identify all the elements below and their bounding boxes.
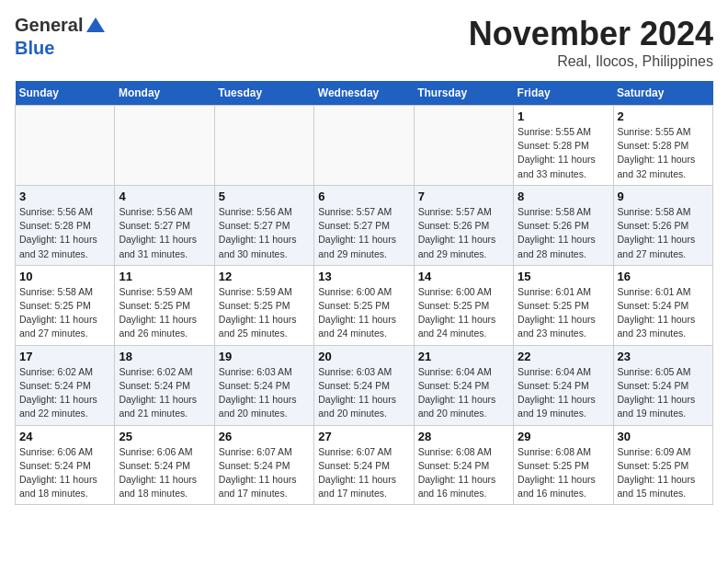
calendar-day-cell: 6Sunrise: 5:57 AM Sunset: 5:27 PM Daylig… bbox=[314, 185, 414, 265]
logo-blue: Blue bbox=[15, 38, 54, 58]
calendar-header-cell: Tuesday bbox=[214, 81, 313, 106]
calendar-day-cell: 16Sunrise: 6:01 AM Sunset: 5:24 PM Dayli… bbox=[613, 265, 712, 345]
calendar-day-cell: 12Sunrise: 5:59 AM Sunset: 5:25 PM Dayli… bbox=[214, 265, 313, 345]
calendar-day-cell: 26Sunrise: 6:07 AM Sunset: 5:24 PM Dayli… bbox=[214, 425, 313, 505]
day-info: Sunrise: 6:07 AM Sunset: 5:24 PM Dayligh… bbox=[219, 445, 310, 501]
day-info: Sunrise: 5:59 AM Sunset: 5:25 PM Dayligh… bbox=[119, 285, 210, 341]
day-info: Sunrise: 5:58 AM Sunset: 5:26 PM Dayligh… bbox=[618, 205, 709, 261]
day-info: Sunrise: 6:01 AM Sunset: 5:25 PM Dayligh… bbox=[518, 285, 609, 341]
day-info: Sunrise: 5:56 AM Sunset: 5:27 PM Dayligh… bbox=[219, 205, 310, 261]
day-info: Sunrise: 6:08 AM Sunset: 5:24 PM Dayligh… bbox=[418, 445, 509, 501]
day-number: 4 bbox=[119, 190, 210, 203]
day-number: 2 bbox=[618, 109, 709, 123]
day-number: 20 bbox=[318, 350, 409, 363]
day-number: 26 bbox=[219, 430, 310, 443]
day-info: Sunrise: 6:06 AM Sunset: 5:24 PM Dayligh… bbox=[119, 445, 210, 501]
day-number: 1 bbox=[518, 109, 609, 123]
day-number: 29 bbox=[518, 430, 609, 443]
calendar-week-row: 10Sunrise: 5:58 AM Sunset: 5:25 PM Dayli… bbox=[16, 265, 713, 345]
day-number: 19 bbox=[219, 350, 310, 363]
calendar-day-cell: 20Sunrise: 6:03 AM Sunset: 5:24 PM Dayli… bbox=[314, 345, 414, 425]
calendar-body: 1Sunrise: 5:55 AM Sunset: 5:28 PM Daylig… bbox=[16, 106, 713, 505]
logo-icon bbox=[85, 16, 107, 38]
day-info: Sunrise: 6:06 AM Sunset: 5:24 PM Dayligh… bbox=[19, 445, 110, 501]
day-number: 6 bbox=[318, 190, 409, 203]
calendar-day-cell: 28Sunrise: 6:08 AM Sunset: 5:24 PM Dayli… bbox=[414, 425, 513, 505]
day-info: Sunrise: 6:03 AM Sunset: 5:24 PM Dayligh… bbox=[219, 365, 310, 421]
calendar-day-cell: 5Sunrise: 5:56 AM Sunset: 5:27 PM Daylig… bbox=[214, 185, 313, 265]
calendar-header-row: SundayMondayTuesdayWednesdayThursdayFrid… bbox=[16, 81, 713, 106]
calendar-day-cell bbox=[115, 106, 214, 186]
calendar-day-cell: 29Sunrise: 6:08 AM Sunset: 5:25 PM Dayli… bbox=[514, 425, 613, 505]
header: General Blue November 2024 Real, Ilocos,… bbox=[15, 15, 713, 70]
calendar-day-cell: 10Sunrise: 5:58 AM Sunset: 5:25 PM Dayli… bbox=[16, 265, 115, 345]
calendar-day-cell: 19Sunrise: 6:03 AM Sunset: 5:24 PM Dayli… bbox=[214, 345, 313, 425]
day-info: Sunrise: 6:03 AM Sunset: 5:24 PM Dayligh… bbox=[318, 365, 409, 421]
day-number: 16 bbox=[618, 270, 709, 283]
calendar-day-cell: 4Sunrise: 5:56 AM Sunset: 5:27 PM Daylig… bbox=[115, 185, 214, 265]
calendar-day-cell: 25Sunrise: 6:06 AM Sunset: 5:24 PM Dayli… bbox=[115, 425, 214, 505]
day-info: Sunrise: 6:05 AM Sunset: 5:24 PM Dayligh… bbox=[618, 365, 709, 421]
day-number: 15 bbox=[518, 270, 609, 283]
day-info: Sunrise: 6:01 AM Sunset: 5:24 PM Dayligh… bbox=[618, 285, 709, 341]
day-info: Sunrise: 5:56 AM Sunset: 5:27 PM Dayligh… bbox=[119, 205, 210, 261]
day-number: 12 bbox=[219, 270, 310, 283]
calendar-day-cell: 11Sunrise: 5:59 AM Sunset: 5:25 PM Dayli… bbox=[115, 265, 214, 345]
day-number: 5 bbox=[219, 190, 310, 203]
day-info: Sunrise: 5:58 AM Sunset: 5:26 PM Dayligh… bbox=[518, 205, 609, 261]
logo-general: General bbox=[15, 15, 83, 35]
day-number: 11 bbox=[119, 270, 210, 283]
calendar-day-cell: 17Sunrise: 6:02 AM Sunset: 5:24 PM Dayli… bbox=[16, 345, 115, 425]
calendar-day-cell: 14Sunrise: 6:00 AM Sunset: 5:25 PM Dayli… bbox=[414, 265, 513, 345]
day-info: Sunrise: 5:59 AM Sunset: 5:25 PM Dayligh… bbox=[219, 285, 310, 341]
calendar-table: SundayMondayTuesdayWednesdayThursdayFrid… bbox=[15, 81, 713, 505]
day-number: 7 bbox=[418, 190, 509, 203]
main-title: November 2024 bbox=[469, 15, 713, 53]
day-info: Sunrise: 6:07 AM Sunset: 5:24 PM Dayligh… bbox=[318, 445, 409, 501]
day-info: Sunrise: 6:00 AM Sunset: 5:25 PM Dayligh… bbox=[318, 285, 409, 341]
day-info: Sunrise: 6:04 AM Sunset: 5:24 PM Dayligh… bbox=[418, 365, 509, 421]
day-info: Sunrise: 5:57 AM Sunset: 5:27 PM Dayligh… bbox=[318, 205, 409, 261]
day-info: Sunrise: 5:55 AM Sunset: 5:28 PM Dayligh… bbox=[618, 125, 709, 181]
calendar-day-cell: 3Sunrise: 5:56 AM Sunset: 5:28 PM Daylig… bbox=[16, 185, 115, 265]
day-number: 10 bbox=[19, 270, 110, 283]
calendar-week-row: 24Sunrise: 6:06 AM Sunset: 5:24 PM Dayli… bbox=[16, 425, 713, 505]
calendar-day-cell: 27Sunrise: 6:07 AM Sunset: 5:24 PM Dayli… bbox=[314, 425, 414, 505]
day-number: 13 bbox=[318, 270, 409, 283]
day-number: 30 bbox=[618, 430, 709, 443]
calendar-header-cell: Sunday bbox=[16, 81, 115, 106]
calendar-header-cell: Friday bbox=[514, 81, 613, 106]
calendar-day-cell: 21Sunrise: 6:04 AM Sunset: 5:24 PM Dayli… bbox=[414, 345, 513, 425]
calendar-day-cell: 8Sunrise: 5:58 AM Sunset: 5:26 PM Daylig… bbox=[514, 185, 613, 265]
day-number: 21 bbox=[418, 350, 509, 363]
calendar-header-cell: Thursday bbox=[414, 81, 513, 106]
calendar-day-cell: 7Sunrise: 5:57 AM Sunset: 5:26 PM Daylig… bbox=[414, 185, 513, 265]
svg-marker-0 bbox=[86, 17, 105, 32]
title-area: November 2024 Real, Ilocos, Philippines bbox=[469, 15, 713, 70]
day-number: 28 bbox=[418, 430, 509, 443]
calendar-day-cell: 22Sunrise: 6:04 AM Sunset: 5:24 PM Dayli… bbox=[514, 345, 613, 425]
calendar-day-cell: 30Sunrise: 6:09 AM Sunset: 5:25 PM Dayli… bbox=[613, 425, 712, 505]
day-info: Sunrise: 5:56 AM Sunset: 5:28 PM Dayligh… bbox=[19, 205, 110, 261]
day-number: 22 bbox=[518, 350, 609, 363]
calendar-week-row: 17Sunrise: 6:02 AM Sunset: 5:24 PM Dayli… bbox=[16, 345, 713, 425]
day-number: 18 bbox=[119, 350, 210, 363]
calendar-day-cell bbox=[314, 106, 414, 186]
calendar-day-cell: 2Sunrise: 5:55 AM Sunset: 5:28 PM Daylig… bbox=[613, 106, 712, 186]
day-info: Sunrise: 6:02 AM Sunset: 5:24 PM Dayligh… bbox=[19, 365, 110, 421]
day-number: 8 bbox=[518, 190, 609, 203]
calendar-day-cell bbox=[214, 106, 313, 186]
calendar-day-cell: 15Sunrise: 6:01 AM Sunset: 5:25 PM Dayli… bbox=[514, 265, 613, 345]
day-number: 9 bbox=[618, 190, 709, 203]
calendar-header-cell: Saturday bbox=[613, 81, 712, 106]
day-info: Sunrise: 5:55 AM Sunset: 5:28 PM Dayligh… bbox=[518, 125, 609, 181]
calendar-day-cell: 24Sunrise: 6:06 AM Sunset: 5:24 PM Dayli… bbox=[16, 425, 115, 505]
calendar-day-cell: 23Sunrise: 6:05 AM Sunset: 5:24 PM Dayli… bbox=[613, 345, 712, 425]
calendar-day-cell bbox=[414, 106, 513, 186]
day-info: Sunrise: 6:09 AM Sunset: 5:25 PM Dayligh… bbox=[618, 445, 709, 501]
calendar-week-row: 3Sunrise: 5:56 AM Sunset: 5:28 PM Daylig… bbox=[16, 185, 713, 265]
day-info: Sunrise: 6:04 AM Sunset: 5:24 PM Dayligh… bbox=[518, 365, 609, 421]
day-info: Sunrise: 6:00 AM Sunset: 5:25 PM Dayligh… bbox=[418, 285, 509, 341]
day-number: 3 bbox=[19, 190, 110, 203]
calendar-header-cell: Wednesday bbox=[314, 81, 414, 106]
